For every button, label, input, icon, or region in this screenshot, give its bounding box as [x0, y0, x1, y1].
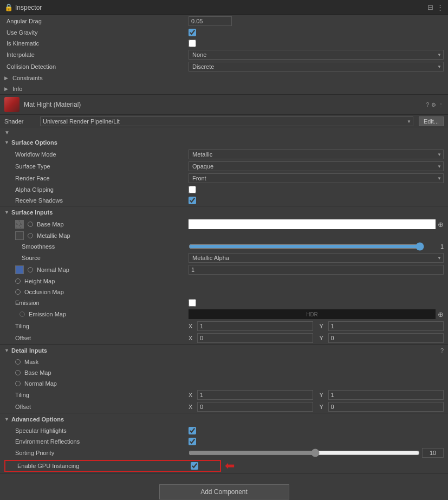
shader-dropdown[interactable]: Universal Render Pipeline/Lit	[40, 116, 413, 126]
angular-drag-input[interactable]	[189, 16, 232, 26]
detail-inputs-help[interactable]: ?	[440, 347, 444, 354]
base-map-picker[interactable]: ⊕	[438, 220, 444, 229]
collision-detection-dropdown[interactable]: Discrete Continuous Continuous Dynamic C…	[189, 62, 444, 72]
normal-map-input[interactable]	[189, 265, 444, 275]
is-kinematic-checkbox[interactable]	[189, 40, 196, 47]
smoothness-value: 1	[427, 243, 444, 250]
emission-map-label: Emission Map	[4, 311, 189, 317]
workflow-mode-dropdown[interactable]: Metallic Specular	[189, 150, 444, 159]
info-arrow: ▶	[4, 86, 8, 92]
workflow-mode-row: Workflow Mode Metallic Specular	[0, 148, 448, 160]
metallic-map-row: Metallic Map	[0, 230, 448, 241]
smoothness-row: Smoothness 1	[0, 241, 448, 252]
metallic-map-preview[interactable]	[15, 231, 24, 240]
env-reflections-checkbox[interactable]	[189, 438, 196, 445]
detail-tiling-x-input[interactable]	[197, 390, 313, 400]
add-component-button[interactable]: Add Component	[159, 484, 289, 499]
specular-highlights-row: Specular Highlights	[0, 425, 448, 436]
lock-icon[interactable]: ⊟	[427, 3, 433, 11]
tiling-x-input[interactable]	[197, 321, 313, 331]
advanced-options-header[interactable]: ▼ Advanced Options	[0, 413, 448, 425]
menu-icon[interactable]: ⋮	[437, 3, 444, 11]
detail-normal-map-label: Normal Map	[4, 380, 189, 387]
detail-tiling-y-input[interactable]	[328, 390, 444, 400]
tiling-y-input[interactable]	[328, 321, 444, 331]
gpu-instancing-checkbox[interactable]	[191, 462, 198, 470]
offset-x-label: X	[189, 335, 195, 341]
emission-checkbox[interactable]	[189, 299, 196, 307]
render-face-dropdown[interactable]: Front Back Both	[189, 173, 444, 183]
angular-drag-row: Angular Drag	[0, 15, 448, 27]
normal-map-dot	[28, 267, 33, 272]
normal-map-row: Normal Map	[0, 264, 448, 276]
detail-mask-dot	[15, 359, 21, 365]
material-expand-arrow[interactable]: ▼	[4, 129, 10, 135]
rigidbody-section: Angular Drag Use Gravity Is Kinematic In…	[0, 15, 448, 95]
is-kinematic-row: Is Kinematic	[0, 38, 448, 49]
receive-shadows-label: Receive Shadows	[4, 197, 189, 204]
occlusion-map-row: Occlusion Map	[0, 287, 448, 297]
sorting-priority-row: Sorting Priority	[0, 447, 448, 459]
metallic-map-dot	[28, 233, 33, 238]
highlight-arrow: ⬅	[225, 459, 235, 473]
is-kinematic-label: Is Kinematic	[4, 40, 189, 47]
sorting-priority-input[interactable]	[422, 448, 444, 458]
specular-highlights-checkbox[interactable]	[189, 427, 196, 434]
tiling-label: Tiling	[4, 323, 189, 329]
detail-base-map-label: Base Map	[4, 369, 189, 376]
material-header: Mat Hight (Material) ? ⚙ ⋮	[0, 95, 448, 115]
collision-detection-label: Collision Detection	[4, 63, 189, 70]
alpha-clipping-checkbox[interactable]	[189, 186, 196, 193]
detail-offset-row: Offset X Y	[0, 401, 448, 413]
more-icon[interactable]: ⋮	[438, 102, 444, 108]
interpolate-dropdown[interactable]: None Interpolate Extrapolate	[189, 50, 444, 60]
info-row[interactable]: ▶ Info	[0, 83, 448, 94]
receive-shadows-checkbox[interactable]	[189, 197, 196, 204]
smoothness-label: Smoothness	[4, 243, 189, 250]
info-label: Info	[10, 86, 194, 92]
base-map-preview[interactable]	[15, 220, 24, 229]
sorting-priority-slider[interactable]	[189, 449, 420, 457]
render-face-label: Render Face	[4, 175, 189, 181]
detail-mask-row: Mask	[0, 356, 448, 367]
surface-inputs-header[interactable]: ▼ Surface Inputs	[0, 206, 448, 218]
detail-inputs-section: ▼ Detail Inputs ? Mask Base Map Norma	[0, 345, 448, 413]
emission-map-picker[interactable]: ⊕	[438, 310, 444, 319]
edit-button[interactable]: Edit...	[419, 116, 444, 126]
base-map-row: Base Map ⊕	[0, 218, 448, 230]
detail-offset-y-input[interactable]	[328, 402, 444, 412]
source-dropdown[interactable]: Metallic Alpha Albedo Alpha	[189, 253, 444, 263]
constraints-arrow: ▶	[4, 75, 8, 81]
receive-shadows-row: Receive Shadows	[0, 195, 448, 206]
inspector-title-text: Inspector	[15, 4, 42, 11]
workflow-mode-label: Workflow Mode	[4, 151, 189, 158]
detail-tiling-x-label: X	[189, 392, 195, 398]
base-map-value[interactable]	[189, 219, 436, 229]
offset-y-input[interactable]	[328, 333, 444, 343]
offset-x-input[interactable]	[197, 333, 313, 343]
gpu-instancing-row: Enable GPU Instancing ⬅	[0, 459, 448, 473]
tiling-row: Tiling X Y	[0, 320, 448, 332]
emission-label: Emission	[4, 300, 189, 306]
use-gravity-row: Use Gravity	[0, 27, 448, 38]
surface-options-section: ▼ Surface Options Workflow Mode Metallic…	[0, 137, 448, 206]
constraints-row[interactable]: ▶ Constraints	[0, 73, 448, 83]
smoothness-slider[interactable]	[189, 243, 424, 250]
help-icon[interactable]: ?	[426, 102, 429, 108]
use-gravity-checkbox[interactable]	[189, 29, 196, 36]
constraints-label: Constraints	[10, 75, 194, 81]
surface-type-dropdown[interactable]: Opaque Transparent	[189, 161, 444, 171]
collision-detection-row: Collision Detection Discrete Continuous …	[0, 61, 448, 73]
detail-inputs-header[interactable]: ▼ Detail Inputs ?	[0, 345, 448, 356]
hdr-bar[interactable]: HDR	[189, 309, 436, 319]
bottom-bar: Add Component	[0, 473, 448, 500]
surface-inputs-arrow: ▼	[4, 210, 9, 215]
surface-type-row: Surface Type Opaque Transparent	[0, 160, 448, 172]
material-action-icons: ? ⚙ ⋮	[426, 102, 444, 108]
source-row: Source Metallic Alpha Albedo Alpha	[0, 252, 448, 264]
detail-tiling-y-label: Y	[320, 392, 326, 398]
detail-offset-x-input[interactable]	[197, 402, 313, 412]
normal-map-preview[interactable]	[15, 265, 24, 274]
settings-icon[interactable]: ⚙	[431, 102, 436, 108]
surface-options-header[interactable]: ▼ Surface Options	[0, 137, 448, 148]
